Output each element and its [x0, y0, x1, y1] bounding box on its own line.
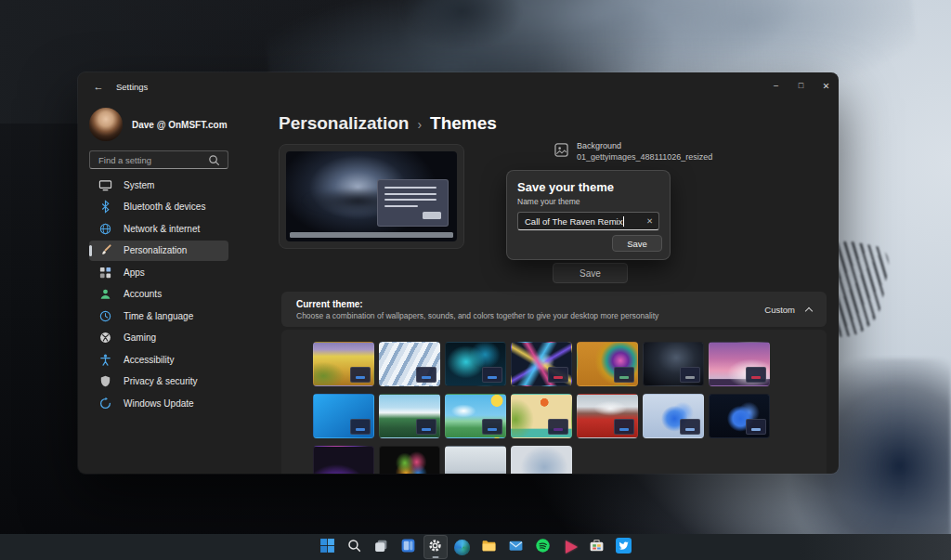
- minimize-button[interactable]: –: [763, 72, 788, 98]
- mini-window-overlay: [680, 367, 700, 383]
- text-caret: [623, 216, 624, 227]
- mini-window-overlay: [416, 419, 436, 435]
- sidebar-item-accessibility[interactable]: Accessibility: [89, 349, 228, 370]
- search-input[interactable]: [97, 154, 207, 166]
- start-button[interactable]: [316, 535, 340, 559]
- gear-icon: [427, 538, 443, 557]
- theme-name-field[interactable]: Call of The Raven Remix ✕: [517, 212, 659, 230]
- search-box[interactable]: [89, 150, 228, 169]
- sidebar-item-label: Accessibility: [124, 355, 174, 365]
- file-explorer-button[interactable]: [477, 535, 502, 559]
- mini-window-overlay: [680, 419, 700, 435]
- theme-tile-landscape-painting[interactable]: [313, 342, 374, 386]
- system-icon: [98, 178, 112, 192]
- current-theme-title: Current theme:: [296, 299, 658, 309]
- mail-button[interactable]: [504, 535, 528, 559]
- theme-tile-red-flower-field[interactable]: [577, 394, 638, 438]
- spotify-button[interactable]: [531, 535, 555, 559]
- sidebar-item-gaming[interactable]: Gaming: [89, 328, 228, 348]
- widgets-icon: [400, 538, 416, 557]
- maximize-button[interactable]: □: [788, 72, 814, 98]
- titlebar: ← Settings – □ ✕: [78, 72, 839, 100]
- sidebar-item-privacy-security[interactable]: Privacy & security: [89, 371, 228, 392]
- breadcrumb-personalization[interactable]: Personalization: [279, 113, 409, 134]
- back-button[interactable]: ←: [90, 81, 107, 92]
- page-title: Themes: [430, 113, 497, 134]
- sidebar-item-personalization[interactable]: Personalization: [89, 241, 228, 261]
- settings-taskbar-button[interactable]: [423, 535, 448, 559]
- network-icon: [98, 222, 112, 236]
- sidebar-item-system[interactable]: System: [89, 175, 228, 195]
- theme-tile-dark-rainbow-flower[interactable]: [379, 446, 440, 474]
- mini-window-overlay: [482, 367, 502, 383]
- picture-icon: [554, 143, 568, 157]
- edge-button[interactable]: [450, 535, 475, 559]
- user-account[interactable]: Dave @ OnMSFT.com: [89, 106, 228, 143]
- windows-logo-icon: [319, 538, 335, 557]
- spotify-icon: [535, 538, 551, 557]
- media-play-button[interactable]: [558, 535, 582, 559]
- sidebar-item-windows-update[interactable]: Windows Update: [89, 393, 228, 413]
- theme-tile-aurora[interactable]: [445, 342, 506, 386]
- widgets-button[interactable]: [397, 535, 421, 559]
- sidebar-item-network-internet[interactable]: Network & internet: [89, 218, 228, 239]
- search-icon: [207, 153, 221, 167]
- theme-tile-architecture[interactable]: [379, 342, 440, 386]
- theme-tile-mountain-illustration[interactable]: [379, 394, 440, 438]
- current-theme-description: Choose a combination of wallpapers, soun…: [296, 311, 658, 320]
- mini-window-overlay: [614, 419, 634, 435]
- toolbox-icon: [589, 538, 605, 557]
- bluetooth-icon: [98, 200, 112, 214]
- theme-tile-blue-flow[interactable]: [313, 394, 374, 438]
- dialog-save-button[interactable]: Save: [612, 235, 662, 252]
- theme-name-value: Call of The Raven Remix: [525, 216, 622, 227]
- play-icon: [566, 540, 578, 553]
- theme-tile-windows-bloom-dark[interactable]: [709, 394, 770, 438]
- privacy-icon: [98, 374, 112, 388]
- settings-window: ← Settings – □ ✕ Dave @ OnMSFT.com: [78, 72, 839, 474]
- sidebar-item-label: Bluetooth & devices: [124, 202, 205, 212]
- task-view-button[interactable]: [370, 535, 394, 559]
- breadcrumb-chevron-icon: ›: [417, 117, 422, 132]
- save-theme-button[interactable]: Save: [553, 263, 628, 283]
- preview-sample-window: [377, 179, 449, 227]
- mini-window-overlay: [614, 367, 634, 383]
- sidebar-item-apps[interactable]: Apps: [89, 262, 228, 282]
- sidebar-item-time-language[interactable]: Time & language: [89, 306, 228, 326]
- preview-sample-button: [423, 212, 441, 219]
- mini-window-overlay: [548, 419, 568, 435]
- apps-icon: [98, 266, 112, 280]
- theme-tile-pink-clouds[interactable]: [709, 342, 770, 386]
- screen: ← Settings – □ ✕ Dave @ OnMSFT.com: [0, 0, 951, 560]
- sidebar-item-label: Apps: [124, 267, 145, 278]
- theme-tile-sunny-meadow[interactable]: [511, 394, 572, 438]
- sidebar-item-label: System: [124, 180, 154, 190]
- personalization-icon: [98, 243, 112, 257]
- theme-tile-lighthouse-illustration[interactable]: [445, 394, 506, 438]
- mail-icon: [508, 538, 524, 557]
- breadcrumb: Personalization › Themes: [279, 113, 497, 134]
- window-title: Settings: [116, 82, 148, 92]
- theme-preview-screen: [286, 151, 457, 241]
- theme-tile-purple-glow[interactable]: [313, 446, 374, 474]
- twitter-button[interactable]: [612, 535, 636, 559]
- clear-text-icon[interactable]: ✕: [646, 216, 653, 226]
- sidebar-item-accounts[interactable]: Accounts: [89, 284, 228, 305]
- save-theme-dialog: Save your theme Name your theme Call of …: [506, 170, 671, 260]
- close-button[interactable]: ✕: [814, 72, 839, 98]
- theme-tile-light-trails[interactable]: [511, 342, 572, 386]
- taskbar: [0, 534, 951, 560]
- edge-icon: [454, 540, 470, 555]
- toolbox-button[interactable]: [585, 535, 609, 559]
- windows-update-icon: [98, 397, 112, 410]
- theme-tile-macro-rings[interactable]: [577, 342, 638, 386]
- sidebar-item-bluetooth-devices[interactable]: Bluetooth & devices: [89, 197, 228, 217]
- taskbar-search-button[interactable]: [343, 535, 367, 559]
- themes-page: Personalization › Themes: [279, 100, 839, 474]
- theme-tile-raven-dark[interactable]: [643, 342, 704, 386]
- chevron-up-icon[interactable]: [805, 306, 813, 314]
- theme-tile-light-landscape[interactable]: [445, 446, 506, 474]
- current-theme-card[interactable]: Current theme: Choose a combination of w…: [281, 292, 827, 327]
- theme-tile-light-flower[interactable]: [511, 446, 572, 474]
- theme-tile-windows-bloom-light[interactable]: [643, 394, 704, 438]
